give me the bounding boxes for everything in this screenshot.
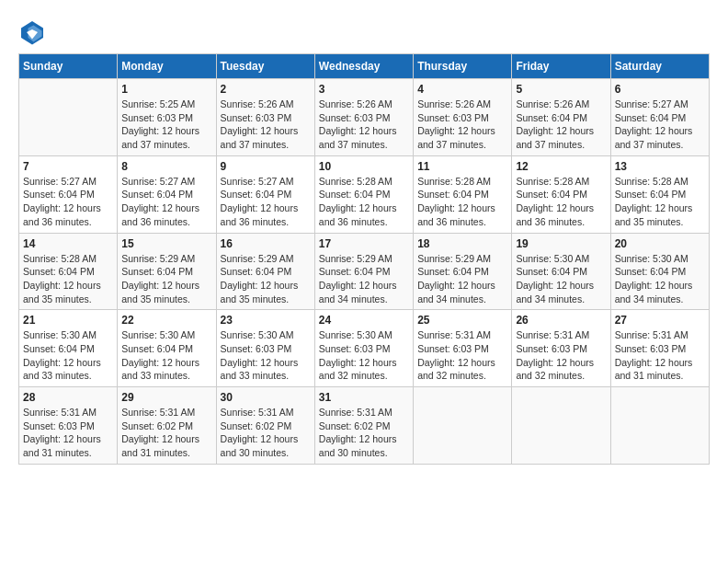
day-info: Sunrise: 5:31 AM Sunset: 6:03 PM Dayligh… [516,328,606,383]
day-cell: 14Sunrise: 5:28 AM Sunset: 6:04 PM Dayli… [19,233,118,310]
header [18,18,710,46]
day-cell: 18Sunrise: 5:29 AM Sunset: 6:04 PM Dayli… [414,233,512,310]
day-cell: 24Sunrise: 5:30 AM Sunset: 6:03 PM Dayli… [314,310,413,387]
day-number: 11 [417,160,507,173]
logo [18,18,50,46]
day-number: 26 [516,314,606,327]
day-cell [19,79,118,156]
day-cell: 15Sunrise: 5:29 AM Sunset: 6:04 PM Dayli… [118,233,216,310]
day-cell: 30Sunrise: 5:31 AM Sunset: 6:02 PM Dayli… [216,387,314,465]
day-info: Sunrise: 5:30 AM Sunset: 6:04 PM Dayligh… [23,328,113,383]
day-number: 1 [121,83,211,96]
day-cell: 9Sunrise: 5:27 AM Sunset: 6:04 PM Daylig… [216,155,314,233]
header-row: SundayMondayTuesdayWednesdayThursdayFrid… [19,54,710,79]
day-cell: 11Sunrise: 5:28 AM Sunset: 6:04 PM Dayli… [414,155,512,233]
day-number: 5 [516,83,606,96]
week-row-4: 21Sunrise: 5:30 AM Sunset: 6:04 PM Dayli… [19,310,710,387]
day-number: 9 [221,160,311,173]
day-number: 7 [23,160,113,173]
calendar-body: 1Sunrise: 5:25 AM Sunset: 6:03 PM Daylig… [19,79,710,465]
day-cell [512,387,610,465]
day-number: 27 [615,314,705,327]
day-cell: 5Sunrise: 5:26 AM Sunset: 6:04 PM Daylig… [512,79,610,156]
day-info: Sunrise: 5:31 AM Sunset: 6:03 PM Dayligh… [23,406,113,460]
day-info: Sunrise: 5:28 AM Sunset: 6:04 PM Dayligh… [319,175,409,229]
day-number: 28 [23,391,113,404]
day-number: 23 [221,314,311,327]
day-cell: 29Sunrise: 5:31 AM Sunset: 6:02 PM Dayli… [118,387,216,465]
day-info: Sunrise: 5:31 AM Sunset: 6:02 PM Dayligh… [221,406,311,460]
day-number: 10 [319,160,409,173]
day-info: Sunrise: 5:27 AM Sunset: 6:04 PM Dayligh… [615,98,705,152]
day-info: Sunrise: 5:26 AM Sunset: 6:03 PM Dayligh… [221,98,311,152]
day-cell: 8Sunrise: 5:27 AM Sunset: 6:04 PM Daylig… [118,155,216,233]
day-info: Sunrise: 5:26 AM Sunset: 6:03 PM Dayligh… [319,98,409,152]
day-number: 30 [221,391,311,404]
day-cell: 28Sunrise: 5:31 AM Sunset: 6:03 PM Dayli… [19,387,118,465]
day-number: 25 [417,314,507,327]
day-info: Sunrise: 5:26 AM Sunset: 6:04 PM Dayligh… [516,98,606,152]
day-number: 3 [319,83,409,96]
day-cell: 1Sunrise: 5:25 AM Sunset: 6:03 PM Daylig… [118,79,216,156]
day-number: 6 [615,83,705,96]
header-cell-thursday: Thursday [414,54,512,79]
day-info: Sunrise: 5:28 AM Sunset: 6:04 PM Dayligh… [23,252,113,306]
calendar-table: SundayMondayTuesdayWednesdayThursdayFrid… [18,53,710,465]
day-number: 14 [23,237,113,250]
day-info: Sunrise: 5:29 AM Sunset: 6:04 PM Dayligh… [221,252,311,306]
day-number: 20 [615,237,705,250]
header-cell-monday: Monday [118,54,216,79]
day-cell: 27Sunrise: 5:31 AM Sunset: 6:03 PM Dayli… [610,310,709,387]
day-number: 24 [319,314,409,327]
day-info: Sunrise: 5:30 AM Sunset: 6:04 PM Dayligh… [615,252,705,306]
week-row-5: 28Sunrise: 5:31 AM Sunset: 6:03 PM Dayli… [19,387,710,465]
header-cell-tuesday: Tuesday [216,54,314,79]
day-info: Sunrise: 5:31 AM Sunset: 6:02 PM Dayligh… [319,406,409,460]
day-number: 18 [417,237,507,250]
day-info: Sunrise: 5:30 AM Sunset: 6:03 PM Dayligh… [319,328,409,383]
header-cell-wednesday: Wednesday [314,54,413,79]
week-row-3: 14Sunrise: 5:28 AM Sunset: 6:04 PM Dayli… [19,233,710,310]
week-row-2: 7Sunrise: 5:27 AM Sunset: 6:04 PM Daylig… [19,155,710,233]
day-cell: 10Sunrise: 5:28 AM Sunset: 6:04 PM Dayli… [314,155,413,233]
header-cell-saturday: Saturday [610,54,709,79]
day-info: Sunrise: 5:31 AM Sunset: 6:02 PM Dayligh… [121,406,211,460]
week-row-1: 1Sunrise: 5:25 AM Sunset: 6:03 PM Daylig… [19,79,710,156]
day-cell: 25Sunrise: 5:31 AM Sunset: 6:03 PM Dayli… [414,310,512,387]
day-cell: 21Sunrise: 5:30 AM Sunset: 6:04 PM Dayli… [19,310,118,387]
day-info: Sunrise: 5:27 AM Sunset: 6:04 PM Dayligh… [23,175,113,229]
day-cell: 23Sunrise: 5:30 AM Sunset: 6:03 PM Dayli… [216,310,314,387]
day-info: Sunrise: 5:31 AM Sunset: 6:03 PM Dayligh… [417,328,507,383]
day-cell: 12Sunrise: 5:28 AM Sunset: 6:04 PM Dayli… [512,155,610,233]
header-cell-friday: Friday [512,54,610,79]
header-cell-sunday: Sunday [19,54,118,79]
day-number: 13 [615,160,705,173]
day-number: 19 [516,237,606,250]
day-info: Sunrise: 5:27 AM Sunset: 6:04 PM Dayligh… [221,175,311,229]
day-number: 31 [319,391,409,404]
day-number: 16 [221,237,311,250]
day-info: Sunrise: 5:29 AM Sunset: 6:04 PM Dayligh… [417,252,507,306]
day-cell: 2Sunrise: 5:26 AM Sunset: 6:03 PM Daylig… [216,79,314,156]
calendar-header: SundayMondayTuesdayWednesdayThursdayFrid… [19,54,710,79]
day-info: Sunrise: 5:31 AM Sunset: 6:03 PM Dayligh… [615,328,705,383]
day-number: 15 [121,237,211,250]
day-number: 2 [221,83,311,96]
day-cell: 4Sunrise: 5:26 AM Sunset: 6:03 PM Daylig… [414,79,512,156]
day-cell: 3Sunrise: 5:26 AM Sunset: 6:03 PM Daylig… [314,79,413,156]
day-cell [414,387,512,465]
day-cell: 19Sunrise: 5:30 AM Sunset: 6:04 PM Dayli… [512,233,610,310]
day-number: 8 [121,160,211,173]
day-info: Sunrise: 5:30 AM Sunset: 6:04 PM Dayligh… [121,328,211,383]
day-cell: 13Sunrise: 5:28 AM Sunset: 6:04 PM Dayli… [610,155,709,233]
day-number: 22 [121,314,211,327]
day-cell: 22Sunrise: 5:30 AM Sunset: 6:04 PM Dayli… [118,310,216,387]
page: SundayMondayTuesdayWednesdayThursdayFrid… [0,0,728,483]
day-number: 4 [417,83,507,96]
day-number: 21 [23,314,113,327]
day-info: Sunrise: 5:28 AM Sunset: 6:04 PM Dayligh… [615,175,705,229]
day-info: Sunrise: 5:29 AM Sunset: 6:04 PM Dayligh… [319,252,409,306]
day-cell: 20Sunrise: 5:30 AM Sunset: 6:04 PM Dayli… [610,233,709,310]
day-info: Sunrise: 5:26 AM Sunset: 6:03 PM Dayligh… [417,98,507,152]
day-cell: 6Sunrise: 5:27 AM Sunset: 6:04 PM Daylig… [610,79,709,156]
